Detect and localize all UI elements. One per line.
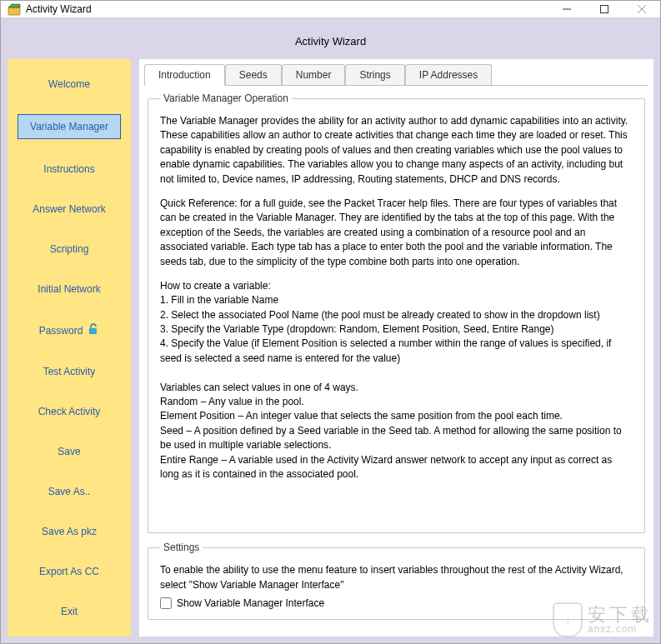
main-layout: Welcome Variable Manager Instructions An… <box>8 59 653 637</box>
operation-para1: The Variable Manager provides the abilit… <box>160 114 633 187</box>
tab-content: Variable Manager Operation The Variable … <box>144 85 648 632</box>
sidebar-item-save-as[interactable]: Save As.. <box>18 482 121 502</box>
operation-para2: Quick Reference: for a full guide, see t… <box>160 197 633 269</box>
operation-body: The Variable Manager provides the abilit… <box>160 114 633 482</box>
sidebar-item-label: Test Activity <box>43 366 96 377</box>
tab-strings[interactable]: Strings <box>345 64 404 85</box>
sidebar-item-label: Password <box>39 325 83 337</box>
sidebar-item-export-as-cc[interactable]: Export As CC <box>18 562 121 582</box>
sidebar-item-exit[interactable]: Exit <box>18 602 121 622</box>
unlock-icon <box>88 323 99 337</box>
sidebar-item-label: Save As pkz <box>42 526 97 537</box>
app-body: Activity Wizard Welcome Variable Manager… <box>1 18 660 643</box>
sidebar-item-label: Scripting <box>50 243 89 255</box>
sidebar-item-welcome[interactable]: Welcome <box>18 74 121 94</box>
sidebar-item-save-as-pkz[interactable]: Save As pkz <box>18 522 121 542</box>
howto-step4: 4. Specify the Value (if Element Positio… <box>160 337 611 363</box>
tab-number[interactable]: Number <box>282 64 346 85</box>
close-button[interactable] <box>623 1 660 17</box>
window-title: Activity Wizard <box>26 3 548 15</box>
ways-random: Random – Any value in the pool. <box>160 396 304 407</box>
sidebar-item-label: Save As.. <box>48 486 91 497</box>
page-title: Activity Wizard <box>8 25 653 59</box>
ways-element: Element Position – An integer value that… <box>160 410 563 422</box>
sidebar-item-variable-manager[interactable]: Variable Manager <box>18 114 121 139</box>
titlebar: Activity Wizard <box>1 1 660 18</box>
settings-checkbox-row: Show Variable Manager Interface <box>160 597 633 609</box>
window-controls <box>548 1 660 17</box>
sidebar-item-test-activity[interactable]: Test Activity <box>18 362 121 382</box>
tab-seeds[interactable]: Seeds <box>225 64 282 85</box>
sidebar-item-label: Exit <box>61 606 78 617</box>
ways-title: Variables can select values in one of 4 … <box>160 382 358 393</box>
svg-rect-2 <box>600 6 608 13</box>
sidebar-item-label: Welcome <box>48 78 90 90</box>
sidebar-item-label: Check Activity <box>38 406 101 417</box>
settings-fieldset: Settings To enable the ability to use th… <box>148 542 645 620</box>
operation-fieldset: Variable Manager Operation The Variable … <box>148 92 645 533</box>
tabs: Introduction Seeds Number Strings IP Add… <box>139 59 653 85</box>
sidebar-item-scripting[interactable]: Scripting <box>18 239 121 259</box>
ways-seed: Seed – A position defined by a Seed vari… <box>160 425 622 451</box>
sidebar-item-label: Export As CC <box>39 566 99 577</box>
svg-rect-0 <box>8 7 20 15</box>
howto-step2: 2. Select the associated Pool Name (the … <box>160 309 600 321</box>
ways-range: Entire Range – A variable used in the Ac… <box>160 454 612 480</box>
settings-desc: To enable the ability to use the menu fe… <box>160 563 633 592</box>
howto-step3: 3. Specify the Variable Type (dropdown: … <box>160 323 554 335</box>
sidebar-item-label: Instructions <box>43 163 94 175</box>
sidebar-item-initial-network[interactable]: Initial Network <box>18 279 121 299</box>
app-window: Activity Wizard Activity Wizard Welcome … <box>0 0 661 644</box>
sidebar-item-answer-network[interactable]: Answer Network <box>18 199 121 219</box>
sidebar-item-label: Answer Network <box>33 203 105 215</box>
howto-step1: 1. Fill in the variable Name <box>160 294 278 306</box>
minimize-button[interactable] <box>548 1 585 17</box>
tab-ip-addresses[interactable]: IP Addresses <box>405 64 493 85</box>
maximize-button[interactable] <box>585 1 623 17</box>
sidebar-item-instructions[interactable]: Instructions <box>18 159 121 179</box>
sidebar-item-label: Variable Manager <box>30 121 108 132</box>
checkbox-label: Show Variable Manager Interface <box>177 597 324 609</box>
svg-rect-5 <box>89 328 97 334</box>
howto-title: How to create a variable: <box>160 280 271 292</box>
sidebar-item-label: Initial Network <box>38 283 100 295</box>
app-icon <box>8 2 21 16</box>
sidebar: Welcome Variable Manager Instructions An… <box>8 59 131 637</box>
settings-legend: Settings <box>160 542 203 553</box>
sidebar-item-label: Save <box>58 446 80 457</box>
sidebar-item-password[interactable]: Password <box>18 319 121 342</box>
content-area: Introduction Seeds Number Strings IP Add… <box>139 59 653 637</box>
sidebar-item-save[interactable]: Save <box>18 442 121 462</box>
operation-legend: Variable Manager Operation <box>160 92 292 104</box>
show-variable-manager-checkbox[interactable] <box>160 597 172 609</box>
sidebar-item-check-activity[interactable]: Check Activity <box>18 402 121 422</box>
tab-introduction[interactable]: Introduction <box>144 64 225 86</box>
